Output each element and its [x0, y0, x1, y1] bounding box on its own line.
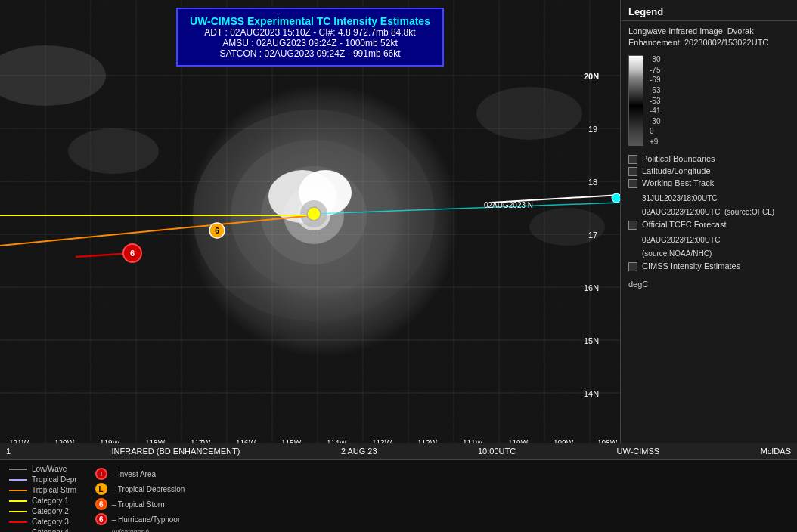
cimss-label: CIMSS Intensity Estimates	[642, 261, 740, 271]
track-line-ts	[9, 490, 27, 491]
track-line-cat2	[9, 511, 27, 512]
tcfc-label: Official TCFC Forecast	[642, 220, 726, 229]
scale-label-1: -80	[650, 55, 660, 63]
besttrack-label: Working Best Track	[642, 178, 714, 187]
track-legend-item-ts: Tropical Strm	[9, 486, 77, 494]
track-label-cat2: Category 2	[32, 507, 69, 515]
legend-section-image: Longwave Infrared Image Dvorak Enhanceme…	[621, 21, 797, 52]
track-label-ts: Tropical Strm	[32, 486, 76, 494]
scale-label-6: -41	[650, 107, 660, 115]
legend-item-dvorak: Longwave Infrared Image Dvorak	[628, 26, 789, 36]
scale-labels: -80 -75 -69 -63 -53 -41 -30 0 +9	[650, 55, 660, 146]
icon-legend-hurricane: 6 – Hurricane/Typhoon	[95, 513, 185, 525]
latlng-label: Latitude/Longitude	[642, 166, 711, 175]
legend-scale-container: -80 -75 -69 -63 -53 -41 -30 0 +9	[621, 52, 797, 149]
tcfc-checkbox[interactable]	[628, 221, 637, 230]
main-container: 6 6	[0, 0, 797, 443]
track-type-legend: Low/Wave Tropical Depr Tropical Strm Cat…	[9, 465, 77, 527]
track-line-low	[9, 469, 27, 470]
scale-label-4: -63	[650, 86, 660, 94]
political-checkbox[interactable]	[628, 155, 637, 164]
track-line-cat3	[9, 521, 27, 523]
track-legend-item-cat2: Category 2	[9, 507, 77, 515]
besttrack-checkbox[interactable]	[628, 179, 637, 188]
hurricane-icon: 6	[95, 513, 107, 525]
tcfc-source: (source:NOAA/NHC)	[628, 246, 789, 259]
track-label-cat1: Category 1	[32, 496, 69, 505]
latlng-checkbox[interactable]	[628, 167, 637, 176]
degc-label: degC	[628, 280, 648, 289]
status-software: McIDAS	[761, 447, 791, 456]
bottom-section: Low/Wave Tropical Depr Tropical Strm Cat…	[0, 459, 797, 532]
amsu-line: AMSU : 02AUG2023 09:24Z - 1000mb 52kt	[190, 38, 430, 48]
status-number: 1	[6, 447, 11, 456]
icon-legend-ts: 6 – Tropical Storm	[95, 498, 185, 510]
track-legend-item-cat1: Category 1	[9, 496, 77, 505]
td-label: – Tropical Depression	[112, 485, 185, 493]
status-date: 2 AUG 23	[341, 447, 377, 456]
legend-title: Legend	[621, 0, 797, 21]
hurricane-label: – Hurricane/Typhoon	[112, 515, 182, 524]
cimss-checkbox[interactable]	[628, 262, 637, 271]
status-time: 10:00UTC	[478, 447, 516, 456]
invest-icon: I	[95, 468, 107, 480]
legend-item-besttrack[interactable]: Working Best Track	[628, 178, 789, 188]
scale-label-9: +9	[650, 138, 660, 146]
adt-line: ADT : 02AUG2023 15:10Z - CI#: 4.8 972.7m…	[190, 27, 430, 38]
legend-item-cimss[interactable]: CIMSS Intensity Estimates	[628, 261, 789, 271]
hurricane-note: (w/category)	[95, 528, 185, 532]
td-icon: L	[95, 483, 107, 495]
track-label-low: Low/Wave	[32, 465, 67, 473]
satellite-area: 6 6	[0, 0, 620, 443]
ts-label: – Tropical Storm	[112, 500, 167, 509]
icon-legend-invest: I – Invest Area	[95, 468, 185, 480]
track-legend-item-cat4: Category 4	[9, 528, 77, 532]
icon-legend: I – Invest Area L – Tropical Depression …	[95, 465, 185, 527]
scale-label-7: -30	[650, 117, 660, 125]
info-title: UW-CIMSS Experimental TC Intensity Estim…	[190, 15, 430, 27]
scale-unit: degC	[621, 277, 797, 292]
legend-item-political[interactable]: Political Boundaries	[628, 154, 789, 164]
scale-label-3: -69	[650, 76, 660, 84]
status-mode: INFRARED (BD ENHANCEMENT)	[112, 447, 240, 456]
status-source: UW-CIMSS	[617, 447, 660, 456]
tcfc-date1: 02AUG2023/12:00UTC	[628, 232, 789, 246]
icon-legend-td: L – Tropical Depression	[95, 483, 185, 495]
color-scale-bar	[628, 55, 643, 146]
track-label-cat4: Category 4	[32, 528, 69, 532]
legend-panel: Legend Longwave Infrared Image Dvorak En…	[620, 0, 797, 443]
track-legend-item-cat3: Category 3	[9, 518, 77, 526]
track-line-cat1	[9, 500, 27, 502]
scale-label-5: -53	[650, 97, 660, 105]
ts-icon: 6	[95, 498, 107, 510]
track-legend-item-td: Tropical Depr	[9, 475, 77, 484]
track-legend-item-low: Low/Wave	[9, 465, 77, 473]
status-bar: 1 INFRARED (BD ENHANCEMENT) 2 AUG 23 10:…	[0, 443, 797, 459]
political-label: Political Boundaries	[642, 154, 715, 163]
besttrack-date2: 02AUG2023/12:00UTC (source:OFCL)	[628, 204, 789, 218]
info-box: UW-CIMSS Experimental TC Intensity Estim…	[176, 8, 444, 66]
scale-label-2: -75	[650, 66, 660, 74]
legend-item-tcfc[interactable]: Official TCFC Forecast	[628, 220, 789, 230]
scale-label-8: 0	[650, 127, 660, 135]
invest-label: – Invest Area	[112, 470, 156, 478]
legend-dvorak-text: Longwave Infrared Image Dvorak	[628, 26, 754, 36]
track-label-td: Tropical Depr	[32, 475, 77, 484]
legend-section-layers: Political Boundaries Latitude/Longitude …	[621, 149, 797, 277]
legend-enhancement-text: Enhancement 20230802/153022UTC	[628, 38, 768, 47]
bottom-legend-area: Low/Wave Tropical Depr Tropical Strm Cat…	[0, 460, 620, 532]
legend-item-enhancement: Enhancement 20230802/153022UTC	[628, 38, 789, 47]
track-line-td	[9, 479, 27, 481]
besttrack-date1: 31JUL2023/18:00UTC-	[628, 190, 789, 204]
satcon-line: SATCON : 02AUG2023 09:24Z - 991mb 66kt	[190, 48, 430, 59]
track-label-cat3: Category 3	[32, 518, 69, 526]
legend-item-latlng[interactable]: Latitude/Longitude	[628, 166, 789, 176]
